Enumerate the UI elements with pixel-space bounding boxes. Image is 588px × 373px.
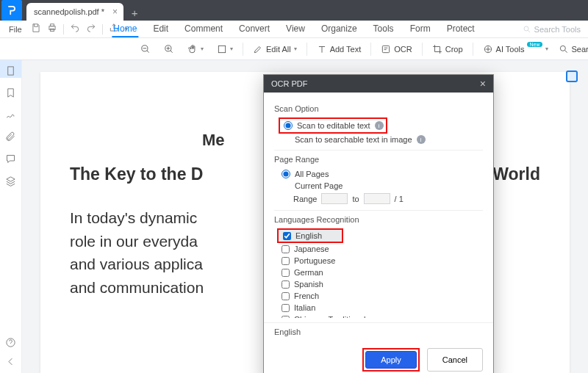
all-pages-radio[interactable]: [282, 170, 290, 178]
range-from-input[interactable]: [321, 193, 348, 204]
zoom-out-button[interactable]: [137, 42, 154, 57]
search-tools[interactable]: Search Tools: [523, 25, 585, 34]
scan-editable-option[interactable]: Scan to editable text i: [282, 120, 384, 131]
redo-icon[interactable]: [86, 23, 96, 35]
svg-point-3: [524, 26, 528, 31]
add-tab-button[interactable]: +: [126, 4, 143, 21]
menu-view[interactable]: View: [284, 21, 306, 37]
attachment-icon[interactable]: [5, 131, 17, 142]
hand-tool-button[interactable]: ▾: [184, 42, 207, 57]
svg-rect-2: [50, 29, 54, 32]
print-icon[interactable]: [47, 23, 57, 35]
help-icon[interactable]: [5, 336, 17, 348]
file-menu[interactable]: File: [3, 25, 28, 34]
page-marker-icon[interactable]: [566, 70, 578, 82]
tab-label: scannedpolish.pdf *: [34, 7, 104, 16]
ocr-button[interactable]: OCR: [377, 42, 415, 57]
svg-rect-6: [218, 46, 225, 52]
dialog-actions: Apply Cancel: [264, 341, 493, 373]
select-tool-button[interactable]: ▾: [213, 42, 237, 57]
bookmark-icon[interactable]: [5, 87, 17, 98]
crop-button[interactable]: Crop: [429, 42, 467, 57]
menu-convert[interactable]: Convert: [237, 21, 271, 37]
comment-icon[interactable]: [5, 153, 17, 164]
dialog-close-icon[interactable]: ×: [480, 78, 486, 90]
menu-form[interactable]: Form: [409, 21, 432, 37]
ocr-dialog: OCR PDF × Scan Option Scan to editable t…: [263, 74, 494, 373]
signature-icon[interactable]: [5, 109, 17, 120]
info-icon[interactable]: i: [375, 121, 384, 130]
layers-icon[interactable]: [5, 175, 17, 186]
lang-german[interactable]: German: [277, 267, 483, 278]
menu-edit[interactable]: Edit: [151, 21, 170, 37]
menu-protect[interactable]: Protect: [445, 21, 476, 37]
lang-english[interactable]: English: [277, 228, 343, 243]
language-list[interactable]: English Japanese Portuguese German Spani…: [277, 228, 483, 318]
menu-organize[interactable]: Organize: [320, 21, 359, 37]
svg-point-9: [560, 46, 565, 51]
scan-searchable-option[interactable]: Scan to searchable text in image i: [274, 134, 483, 145]
undo-icon[interactable]: [70, 23, 80, 35]
app-icon[interactable]: [1, 0, 22, 21]
left-rail: [0, 60, 22, 373]
menu-comment[interactable]: Comment: [183, 21, 224, 37]
range-to-input[interactable]: [364, 193, 390, 204]
svg-rect-10: [8, 66, 14, 74]
cancel-button[interactable]: Cancel: [427, 348, 483, 372]
save-icon[interactable]: [31, 23, 41, 35]
svg-rect-1: [50, 24, 54, 26]
document-tab[interactable]: scannedpolish.pdf * ×: [26, 3, 123, 21]
menubar: File ▾ Home Edit Comment Convert View Or…: [0, 21, 588, 38]
scan-option-label: Scan Option: [274, 104, 483, 113]
languages-label: Languages Recognition: [274, 215, 483, 224]
chevron-left-icon[interactable]: [5, 355, 17, 367]
scan-editable-radio[interactable]: [284, 121, 293, 130]
ai-tools-button[interactable]: AI ToolsNew▾: [479, 42, 552, 57]
lang-japanese[interactable]: Japanese: [277, 243, 483, 255]
close-icon[interactable]: ×: [112, 7, 118, 17]
range-option[interactable]: Range to / 1: [274, 192, 483, 206]
dialog-title-label: OCR PDF: [271, 79, 308, 88]
svg-rect-7: [383, 46, 390, 52]
zoom-in-button[interactable]: [160, 42, 178, 57]
lang-spanish[interactable]: Spanish: [277, 278, 483, 290]
menu-tools[interactable]: Tools: [372, 21, 395, 37]
edit-all-button[interactable]: Edit All▾: [249, 42, 301, 57]
page-range-label: Page Range: [274, 155, 483, 164]
tab-strip: scannedpolish.pdf * × +: [26, 0, 143, 21]
menu-home[interactable]: Home: [112, 21, 138, 37]
dialog-titlebar[interactable]: OCR PDF ×: [264, 75, 493, 93]
thumbnails-icon[interactable]: [5, 65, 17, 76]
svg-rect-0: [49, 26, 55, 30]
info-icon[interactable]: i: [417, 135, 426, 144]
toolbar: ▾ ▾ Edit All▾ Add Text OCR Crop AI Tools…: [0, 38, 588, 60]
lang-french[interactable]: French: [277, 290, 483, 302]
toolbar-search-button[interactable]: Search: [555, 42, 589, 57]
all-pages-option[interactable]: All Pages: [274, 168, 483, 180]
search-tools-label: Search Tools: [534, 25, 581, 34]
lang-portuguese[interactable]: Portuguese: [277, 255, 483, 267]
main-menus: Home Edit Comment Convert View Organize …: [112, 21, 476, 37]
titlebar: scannedpolish.pdf * × +: [0, 0, 588, 21]
apply-button[interactable]: Apply: [365, 351, 417, 369]
lang-chinese-traditional[interactable]: Chinese_Traditional: [277, 314, 483, 318]
current-page-option[interactable]: Current Page: [274, 180, 483, 192]
add-text-button[interactable]: Add Text: [313, 42, 365, 57]
lang-italian[interactable]: Italian: [277, 302, 483, 314]
selected-languages-footer: English: [264, 322, 493, 341]
